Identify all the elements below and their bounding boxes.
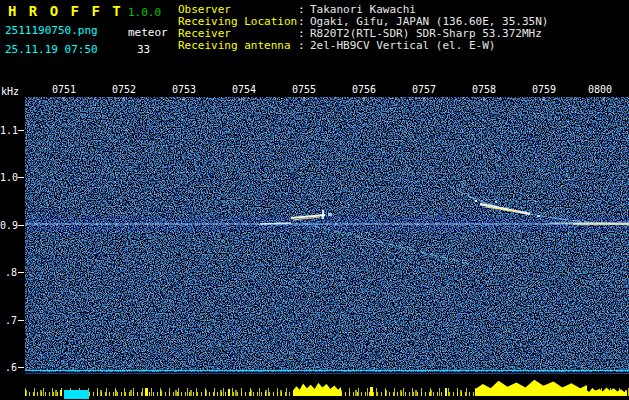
time-label-0758: 0758 xyxy=(469,84,499,95)
freq-label-0.6: .6 xyxy=(0,362,17,373)
freq-tick xyxy=(18,367,24,368)
level-spike xyxy=(445,388,447,396)
level-spike xyxy=(228,389,230,396)
observation-info: Observer : Takanori Kawachi Receiving Lo… xyxy=(178,4,548,52)
info-row-antenna: Receiving antenna : 2el-HB9CV Vertical (… xyxy=(178,40,548,52)
level-spike xyxy=(370,387,373,396)
app-title: H R O F F T xyxy=(8,3,123,19)
info-separator: : xyxy=(298,40,310,52)
time-label-0754: 0754 xyxy=(229,84,259,95)
observation-timestamp: 25.11.19 07:50 xyxy=(5,43,98,56)
spectrogram-plot xyxy=(25,97,629,372)
freq-label-1.1: 1.1 xyxy=(0,125,17,136)
level-event-0755 xyxy=(293,382,341,396)
freq-label-1.0: 1.0 xyxy=(0,172,17,183)
level-marker xyxy=(64,390,89,399)
info-value: 2el-HB9CV Vertical (el. E-W) xyxy=(310,40,495,52)
time-label-0752: 0752 xyxy=(109,84,139,95)
mode-label: meteor xyxy=(128,26,168,39)
time-label-0751: 0751 xyxy=(49,84,79,95)
info-label: Receiving antenna xyxy=(178,40,298,52)
level-spike xyxy=(145,388,148,396)
spectrogram-canvas xyxy=(25,97,629,372)
hrofft-window: H R O F F T 1.0.0 2511190750.png meteor … xyxy=(0,0,629,400)
time-label-0753: 0753 xyxy=(169,84,199,95)
freq-tick xyxy=(18,272,24,273)
time-label-0800: 0800 xyxy=(585,84,615,95)
strip-divider-line xyxy=(25,370,629,371)
echo-count: 33 xyxy=(137,43,150,56)
level-event-0759 xyxy=(583,387,627,396)
signal-level-strip xyxy=(25,374,629,396)
level-spike xyxy=(60,390,62,396)
freq-tick xyxy=(18,225,24,226)
output-filename: 2511190750.png xyxy=(5,24,98,37)
level-event-0758 xyxy=(475,379,587,396)
freq-label-0.9: 0.9 xyxy=(0,220,17,231)
time-label-0755: 0755 xyxy=(289,84,319,95)
time-label-0756: 0756 xyxy=(349,84,379,95)
time-label-0759: 0759 xyxy=(529,84,559,95)
freq-tick xyxy=(18,177,24,178)
time-label-0757: 0757 xyxy=(409,84,439,95)
freq-label-0.7: .7 xyxy=(0,315,17,326)
freq-label-0.8: .8 xyxy=(0,267,17,278)
freq-unit-label: kHz xyxy=(1,86,19,97)
freq-tick xyxy=(18,130,24,131)
app-version: 1.0.0 xyxy=(128,6,161,19)
freq-tick xyxy=(18,320,24,321)
